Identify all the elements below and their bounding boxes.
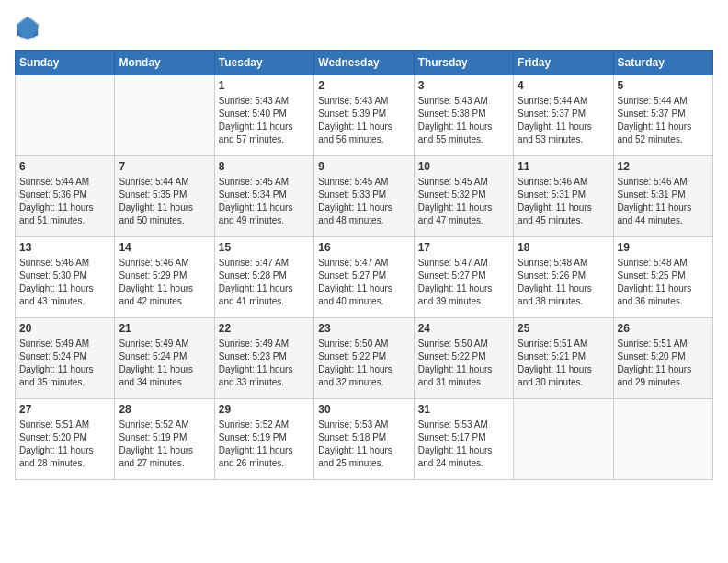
cell-line: Sunrise: 5:44 AM [518,95,609,108]
cell-line: Daylight: 11 hours and 39 minutes. [418,282,509,308]
day-number: 25 [518,322,609,335]
calendar-cell [16,75,115,156]
calendar-cell: 23Sunrise: 5:50 AMSunset: 5:22 PMDayligh… [314,318,414,399]
cell-line: Sunrise: 5:44 AM [618,95,709,108]
calendar-cell: 25Sunrise: 5:51 AMSunset: 5:21 PMDayligh… [514,318,613,399]
calendar-cell: 31Sunrise: 5:53 AMSunset: 5:17 PMDayligh… [414,399,513,480]
day-number: 8 [219,160,310,173]
cell-line: Sunset: 5:25 PM [618,270,709,282]
calendar-cell: 21Sunrise: 5:49 AMSunset: 5:24 PMDayligh… [115,318,214,399]
cell-content: Sunrise: 5:51 AMSunset: 5:20 PMDaylight:… [618,338,709,389]
cell-line: Sunset: 5:22 PM [418,350,509,363]
calendar-cell: 16Sunrise: 5:47 AMSunset: 5:27 PMDayligh… [314,237,414,318]
cell-content: Sunrise: 5:45 AMSunset: 5:34 PMDaylight:… [219,176,310,227]
day-number: 13 [19,241,110,254]
calendar-cell: 3Sunrise: 5:43 AMSunset: 5:38 PMDaylight… [414,75,513,156]
day-number: 20 [19,322,110,335]
cell-line: Sunset: 5:20 PM [19,431,110,444]
cell-line: Sunrise: 5:51 AM [518,338,609,350]
cell-content: Sunrise: 5:50 AMSunset: 5:22 PMDaylight:… [318,338,409,389]
cell-line: Daylight: 11 hours and 43 minutes. [19,282,110,308]
cell-content: Sunrise: 5:50 AMSunset: 5:22 PMDaylight:… [418,338,509,389]
cell-line: Sunrise: 5:53 AM [318,419,409,431]
cell-line: Sunrise: 5:47 AM [219,257,310,270]
calendar-cell: 17Sunrise: 5:47 AMSunset: 5:27 PMDayligh… [414,237,513,318]
week-row-1: 1Sunrise: 5:43 AMSunset: 5:40 PMDaylight… [16,75,713,156]
cell-line: Daylight: 11 hours and 42 minutes. [119,282,210,308]
cell-content: Sunrise: 5:46 AMSunset: 5:31 PMDaylight:… [518,176,609,227]
cell-line: Sunset: 5:37 PM [618,108,709,121]
cell-line: Sunrise: 5:47 AM [318,257,409,270]
cell-content: Sunrise: 5:53 AMSunset: 5:18 PMDaylight:… [318,419,409,470]
cell-line: Daylight: 11 hours and 55 minutes. [418,121,509,146]
day-number: 21 [119,322,210,335]
page-header [15,15,713,40]
calendar-cell: 7Sunrise: 5:44 AMSunset: 5:35 PMDaylight… [115,156,214,237]
cell-line: Daylight: 11 hours and 28 minutes. [19,444,110,470]
calendar-cell [514,399,613,480]
week-row-2: 6Sunrise: 5:44 AMSunset: 5:36 PMDaylight… [16,156,713,237]
cell-line: Sunrise: 5:45 AM [219,176,310,189]
day-number: 29 [219,403,310,416]
cell-line: Sunset: 5:17 PM [418,431,509,444]
cell-content: Sunrise: 5:49 AMSunset: 5:24 PMDaylight:… [119,338,210,389]
calendar-cell: 15Sunrise: 5:47 AMSunset: 5:28 PMDayligh… [214,237,313,318]
logo-icon [15,15,40,40]
cell-line: Daylight: 11 hours and 48 minutes. [318,201,409,227]
calendar-cell: 18Sunrise: 5:48 AMSunset: 5:26 PMDayligh… [514,237,613,318]
cell-line: Sunrise: 5:50 AM [418,338,509,350]
cell-line: Sunrise: 5:46 AM [119,257,210,270]
calendar-cell: 20Sunrise: 5:49 AMSunset: 5:24 PMDayligh… [16,318,115,399]
day-number: 19 [618,241,709,254]
header-cell-monday: Monday [115,51,214,75]
calendar-cell: 27Sunrise: 5:51 AMSunset: 5:20 PMDayligh… [16,399,115,480]
day-number: 6 [19,160,110,173]
cell-line: Sunrise: 5:47 AM [418,257,509,270]
cell-line: Daylight: 11 hours and 41 minutes. [219,282,310,308]
cell-line: Sunset: 5:18 PM [318,431,409,444]
cell-line: Sunset: 5:29 PM [119,270,210,282]
calendar-cell: 10Sunrise: 5:45 AMSunset: 5:32 PMDayligh… [414,156,513,237]
cell-line: Daylight: 11 hours and 36 minutes. [618,282,709,308]
cell-line: Daylight: 11 hours and 38 minutes. [518,282,609,308]
cell-line: Sunset: 5:27 PM [318,270,409,282]
cell-line: Daylight: 11 hours and 52 minutes. [618,121,709,146]
calendar-cell: 6Sunrise: 5:44 AMSunset: 5:36 PMDaylight… [16,156,115,237]
header-cell-saturday: Saturday [613,51,712,75]
cell-content: Sunrise: 5:53 AMSunset: 5:17 PMDaylight:… [418,419,509,470]
cell-line: Sunrise: 5:48 AM [518,257,609,270]
cell-line: Sunrise: 5:53 AM [418,419,509,431]
calendar-header: SundayMondayTuesdayWednesdayThursdayFrid… [16,51,713,75]
day-number: 12 [618,160,709,173]
cell-content: Sunrise: 5:45 AMSunset: 5:32 PMDaylight:… [418,176,509,227]
cell-line: Sunrise: 5:44 AM [119,176,210,189]
day-number: 2 [318,79,409,92]
cell-content: Sunrise: 5:43 AMSunset: 5:38 PMDaylight:… [418,95,509,146]
cell-line: Sunset: 5:36 PM [19,189,110,201]
calendar-cell: 5Sunrise: 5:44 AMSunset: 5:37 PMDaylight… [613,75,712,156]
day-number: 24 [418,322,509,335]
cell-content: Sunrise: 5:43 AMSunset: 5:39 PMDaylight:… [318,95,409,146]
cell-line: Sunset: 5:32 PM [418,189,509,201]
cell-line: Sunset: 5:26 PM [518,270,609,282]
cell-line: Sunrise: 5:46 AM [19,257,110,270]
cell-content: Sunrise: 5:43 AMSunset: 5:40 PMDaylight:… [219,95,310,146]
cell-line: Sunrise: 5:49 AM [19,338,110,350]
cell-line: Daylight: 11 hours and 35 minutes. [19,363,110,389]
cell-line: Sunrise: 5:52 AM [219,419,310,431]
cell-line: Sunrise: 5:52 AM [119,419,210,431]
calendar-cell: 30Sunrise: 5:53 AMSunset: 5:18 PMDayligh… [314,399,414,480]
calendar-cell: 22Sunrise: 5:49 AMSunset: 5:23 PMDayligh… [214,318,313,399]
day-number: 15 [219,241,310,254]
cell-line: Daylight: 11 hours and 34 minutes. [119,363,210,389]
cell-line: Sunset: 5:38 PM [418,108,509,121]
cell-content: Sunrise: 5:47 AMSunset: 5:27 PMDaylight:… [318,257,409,308]
cell-content: Sunrise: 5:51 AMSunset: 5:21 PMDaylight:… [518,338,609,389]
cell-content: Sunrise: 5:46 AMSunset: 5:31 PMDaylight:… [618,176,709,227]
cell-line: Sunset: 5:37 PM [518,108,609,121]
cell-line: Sunrise: 5:49 AM [119,338,210,350]
cell-line: Daylight: 11 hours and 33 minutes. [219,363,310,389]
day-number: 31 [418,403,509,416]
header-cell-thursday: Thursday [414,51,513,75]
calendar-cell: 29Sunrise: 5:52 AMSunset: 5:19 PMDayligh… [214,399,313,480]
